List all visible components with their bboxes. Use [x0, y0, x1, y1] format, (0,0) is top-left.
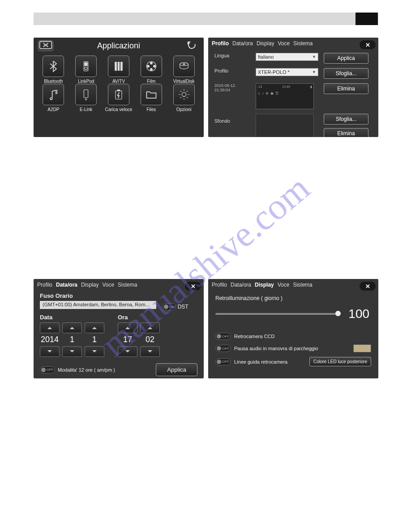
close-button[interactable]: ✕	[360, 282, 376, 291]
battery-charge-icon	[112, 88, 125, 101]
app-linkpod[interactable]: LinkPod	[70, 56, 103, 84]
dropdown-icon: ▼	[312, 70, 316, 74]
app-avtv[interactable]: AV/TV	[103, 56, 135, 84]
svg-point-11	[147, 65, 149, 68]
svg-point-3	[85, 67, 87, 70]
tab-dataora[interactable]: Data/ora	[232, 40, 253, 47]
dst-toggle[interactable]: ON	[163, 303, 176, 310]
hour-down-button[interactable]	[118, 346, 137, 357]
app-grid: Bluetooth LinkPod AV/TV Film VirtualDisk…	[34, 54, 204, 116]
settings-tabs: Profilo Data/ora Display Voce Sistema	[208, 38, 378, 49]
minute-value: 02	[140, 335, 160, 344]
chevron-up-icon	[147, 326, 153, 330]
settings-tabs: Profilo Data/ora Display Voce Sistema	[34, 279, 204, 291]
svg-rect-5	[118, 62, 120, 71]
app-label: LinkPod	[78, 79, 94, 84]
tab-dataora[interactable]: Data/ora	[231, 282, 251, 288]
close-icon: ✕	[365, 42, 370, 48]
ipod-icon	[80, 60, 92, 73]
parking-audio-toggle[interactable]: OFF	[215, 345, 231, 352]
tab-dataora[interactable]: Data/ora	[56, 282, 77, 288]
back-arrow-icon	[187, 41, 197, 51]
tab-sistema[interactable]: Sistema	[118, 282, 137, 288]
lingua-value: Italiano	[258, 54, 274, 60]
app-files[interactable]: Files	[135, 84, 167, 112]
guidelines-label: Linee guida retrocamera	[234, 359, 287, 365]
app-a2dp[interactable]: A2DP	[37, 84, 70, 112]
app-film[interactable]: Film	[135, 56, 167, 84]
close-icon: ✕	[365, 283, 370, 290]
svg-point-13	[183, 64, 185, 64]
elimina-button-2[interactable]: Elimina	[324, 128, 368, 137]
svg-point-9	[153, 65, 155, 68]
led-color-button[interactable]: Colore LED luce posteriore	[309, 357, 371, 366]
tab-profilo[interactable]: Profilo	[212, 282, 227, 288]
sfoglia-button-2[interactable]: Sfoglia...	[324, 114, 368, 124]
tab-voce[interactable]: Voce	[102, 282, 114, 288]
app-label: Bluetooth	[44, 79, 63, 84]
tab-display[interactable]: Display	[257, 40, 274, 47]
tab-profilo[interactable]: Profilo	[212, 40, 229, 47]
close-button[interactable]: ✕	[185, 282, 201, 291]
app-elink[interactable]: E-Link	[70, 84, 103, 112]
app-options[interactable]: Opzioni	[167, 84, 200, 112]
tab-sistema[interactable]: Sistema	[293, 40, 313, 47]
phone-usb-icon	[80, 88, 92, 101]
profile-settings-screen: Profilo Data/ora Display Voce Sistema ✕ …	[208, 38, 378, 137]
tab-profilo[interactable]: Profilo	[37, 282, 52, 288]
month-down-button[interactable]	[62, 346, 82, 357]
close-button[interactable]: ✕	[360, 40, 376, 49]
hour-value: 17	[118, 335, 137, 344]
applica-button[interactable]: Applica	[156, 363, 197, 376]
mode12-toggle[interactable]: OFF	[40, 366, 55, 373]
svg-rect-16	[118, 90, 120, 91]
app-label: AV/TV	[112, 79, 125, 84]
svg-rect-2	[85, 63, 87, 66]
minute-up-button[interactable]	[140, 322, 160, 333]
backlight-value: 100	[348, 307, 369, 321]
display-settings-screen: Profilo Data/ora Display Voce Sistema ✕ …	[208, 279, 378, 378]
year-down-button[interactable]	[40, 346, 60, 357]
day-down-button[interactable]	[85, 346, 104, 357]
screen-x-icon	[39, 40, 53, 51]
timezone-select[interactable]: (GMT+01:00) Amsterdam, Berlino, Berna, R…	[40, 301, 156, 309]
profile-thumbnail: -1311:49▮ ♫♪⊕◉☰	[256, 83, 314, 109]
music-bt-icon	[47, 88, 60, 101]
sfondo-label: Sfondo	[214, 118, 250, 124]
app-virtualdisk[interactable]: VirtualDisk	[167, 56, 200, 84]
day-up-button[interactable]	[85, 322, 104, 333]
tab-display[interactable]: Display	[81, 282, 98, 288]
profilo-select[interactable]: XTER-POLO *▼	[256, 68, 318, 76]
lingua-select[interactable]: Italiano▼	[256, 53, 318, 61]
disk-stack-icon	[178, 60, 190, 73]
app-bluetooth[interactable]: Bluetooth	[37, 56, 70, 84]
hour-up-button[interactable]	[118, 322, 137, 333]
app-label: Files	[146, 107, 156, 112]
ccd-toggle[interactable]: OFF	[215, 333, 231, 340]
app-label: Opzioni	[176, 107, 192, 112]
month-up-button[interactable]	[62, 322, 82, 333]
svg-rect-4	[115, 62, 117, 71]
svg-point-8	[150, 62, 152, 64]
chevron-up-icon	[91, 326, 98, 330]
close-button[interactable]	[38, 40, 53, 51]
year-up-button[interactable]	[40, 322, 60, 333]
tab-display[interactable]: Display	[255, 282, 274, 288]
slider-thumb[interactable]	[335, 311, 341, 316]
chevron-down-icon	[147, 349, 153, 354]
elimina-button-1[interactable]: Elimina	[324, 83, 368, 94]
screen-title: Applicazioni	[97, 41, 140, 51]
sfoglia-button-1[interactable]: Sfoglia...	[324, 68, 368, 79]
minute-down-button[interactable]	[140, 346, 160, 357]
data-label: Data	[40, 314, 104, 321]
backlight-slider[interactable]	[215, 313, 341, 315]
guidelines-toggle[interactable]: OFF	[215, 358, 231, 365]
tab-sistema[interactable]: Sistema	[293, 282, 312, 288]
app-fastcharge[interactable]: Carica veloce	[103, 84, 135, 112]
header-tab	[355, 13, 378, 25]
svg-rect-15	[116, 91, 122, 99]
tab-voce[interactable]: Voce	[278, 282, 290, 288]
tab-voce[interactable]: Voce	[278, 40, 290, 47]
applica-button[interactable]: Applica	[324, 53, 368, 64]
back-button[interactable]	[184, 40, 199, 51]
